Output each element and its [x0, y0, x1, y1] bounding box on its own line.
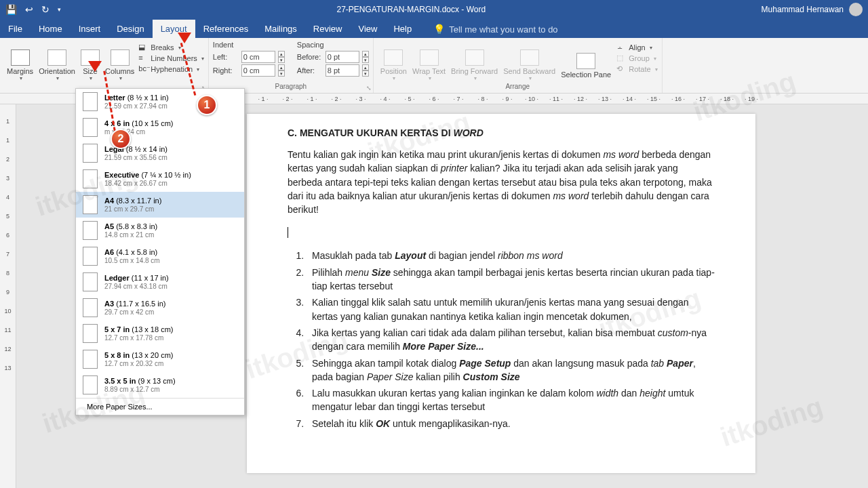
columns-icon	[111, 49, 130, 66]
hyphenation-button[interactable]: bc⁻Hyphenation▾	[138, 64, 203, 75]
spin-down-icon[interactable]: ▾	[362, 57, 369, 63]
margins-icon	[11, 49, 30, 66]
save-icon[interactable]: 💾	[5, 4, 17, 15]
bring-forward-icon	[465, 49, 484, 66]
group-icon: ⬚	[616, 54, 626, 63]
paper-size-option[interactable]: 5 x 8 in (13 x 20 cm)12.7 cm x 20.32 cm	[76, 346, 244, 372]
rotate-icon: ⟲	[616, 64, 626, 74]
list-item: Lalu masukkan ukuran kertas yang kalian …	[307, 386, 715, 414]
list-item: Pilihlah menu Size sehingga akan tampil …	[307, 266, 715, 293]
user-area[interactable]: Muhammad Hernawan	[762, 3, 868, 16]
breaks-icon: ⬓	[138, 43, 148, 52]
group-paragraph: Indent Left:0 cm▴▾ Right:0 cm▴▾ Spacing …	[209, 38, 374, 93]
more-paper-sizes-button[interactable]: More Paper Sizes...	[76, 398, 244, 415]
group-page-setup: Margins▾ Orientation▾ Size▾ Columns▾ ⬓Br…	[0, 38, 209, 93]
doc-heading: C. MENGATUR UKURAN KERTAS DI WORD	[288, 127, 715, 138]
tab-references[interactable]: References	[195, 20, 256, 38]
tab-design[interactable]: Design	[108, 20, 152, 38]
paper-thumb-icon	[83, 221, 98, 240]
titlebar: 💾 ↩ ↻ ▾ 27-PENGATURAN-MARGIN.docx - Word…	[0, 0, 868, 19]
paper-size-option[interactable]: Legal (8 ½ x 14 in)21.59 cm x 35.56 cm	[76, 140, 244, 166]
tell-me-placeholder: Tell me what you want to do	[449, 24, 557, 35]
spacing-after-input[interactable]: 8 pt	[326, 64, 359, 77]
tell-me-search[interactable]: 💡 Tell me what you want to do	[427, 20, 564, 38]
paper-thumb-icon	[83, 169, 98, 188]
group-arrange: Position▾ Wrap Text▾ Bring Forward▾ Send…	[374, 38, 663, 93]
annotation-marker-1: 1	[197, 95, 217, 115]
annotation-pointer-icon	[178, 33, 191, 43]
align-button[interactable]: ⫠Align▾	[616, 42, 657, 53]
paper-size-option[interactable]: Executive (7 ¼ x 10 ½ in)18.42 cm x 26.6…	[76, 166, 244, 192]
paper-size-list[interactable]: Letter (8 ½ x 11 in)21.59 cm x 27.94 cm4…	[76, 89, 244, 398]
tab-insert[interactable]: Insert	[71, 20, 109, 38]
list-item: Setelah itu klik OK untuk mengaplikasika…	[307, 417, 715, 430]
redo-icon[interactable]: ↻	[41, 4, 50, 15]
text-cursor	[288, 227, 715, 239]
wrap-text-icon	[420, 49, 439, 66]
window-title: 27-PENGATURAN-MARGIN.docx - Word	[61, 5, 762, 14]
tab-home[interactable]: Home	[31, 20, 71, 38]
paper-size-option[interactable]: A6 (4.1 x 5.8 in)10.5 cm x 14.8 cm	[76, 243, 244, 269]
paper-size-dropdown: Letter (8 ½ x 11 in)21.59 cm x 27.94 cm4…	[75, 88, 245, 415]
indent-right-label: Right:	[213, 66, 239, 75]
spacing-before-input[interactable]: 0 pt	[326, 51, 359, 63]
tab-review[interactable]: Review	[305, 20, 351, 38]
annotation-marker-2: 2	[111, 129, 131, 149]
undo-icon[interactable]: ↩	[25, 4, 33, 15]
spin-up-icon[interactable]: ▴	[362, 51, 369, 57]
margins-button[interactable]: Margins▾	[4, 39, 36, 92]
send-backward-icon	[520, 49, 539, 66]
spin-up-icon[interactable]: ▴	[278, 51, 285, 57]
paragraph-dialog-launcher-icon[interactable]: ⤡	[366, 85, 372, 92]
paper-size-option[interactable]: 5 x 7 in (13 x 18 cm)12.7 cm x 17.78 cm	[76, 321, 244, 346]
hyphenation-icon: bc⁻	[138, 64, 148, 74]
document-page[interactable]: C. MENGATUR UKURAN KERTAS DI WORD Tentu …	[247, 114, 755, 473]
paper-size-option[interactable]: A4 (8.3 x 11.7 in)21 cm x 29.7 cm	[76, 192, 244, 218]
line-numbers-icon: ≡	[138, 54, 148, 63]
paper-thumb-icon	[83, 195, 98, 214]
paper-size-option[interactable]: Ledger (11 x 17 in)27.94 cm x 43.18 cm	[76, 269, 244, 295]
position-icon	[384, 49, 403, 66]
indent-right-input[interactable]: 0 cm	[241, 64, 275, 77]
align-icon: ⫠	[616, 43, 626, 52]
indent-left-label: Left:	[213, 53, 239, 61]
ribbon: Margins▾ Orientation▾ Size▾ Columns▾ ⬓Br…	[0, 38, 868, 94]
paper-size-option[interactable]: 4 x 6 in (10 x 15 cm)m x 15.24 cm	[76, 115, 244, 140]
paper-thumb-icon	[83, 144, 98, 163]
paper-thumb-icon	[83, 375, 98, 394]
doc-paragraph: Tentu kalian gak ingin kan ketika mau pr…	[288, 148, 715, 216]
doc-steps-list: Masuklah pada tab Layout di bagian jende…	[288, 249, 715, 430]
list-item: Jika kertas yang kalian cari tidak ada d…	[307, 326, 715, 354]
paper-thumb-icon	[83, 350, 98, 369]
rotate-button: ⟲Rotate▾	[616, 64, 657, 75]
paper-size-option[interactable]: A5 (5.8 x 8.3 in)14.8 cm x 21 cm	[76, 218, 244, 243]
group-button: ⬚Group▾	[616, 53, 657, 64]
indent-left-input[interactable]: 0 cm	[241, 51, 275, 63]
tab-view[interactable]: View	[350, 20, 385, 38]
paper-thumb-icon	[83, 247, 98, 266]
paper-size-option[interactable]: 3.5 x 5 in (9 x 13 cm)8.89 cm x 12.7 cm	[76, 372, 244, 398]
orientation-button[interactable]: Orientation▾	[36, 39, 78, 92]
ribbon-tabs: File Home Insert Design Layout Reference…	[0, 19, 868, 38]
spacing-before-label: Before:	[297, 53, 323, 61]
paper-thumb-icon	[83, 298, 98, 317]
tab-help[interactable]: Help	[385, 20, 420, 38]
paper-size-option[interactable]: A3 (11.7 x 16.5 in)29.7 cm x 42 cm	[76, 295, 244, 321]
tab-mailings[interactable]: Mailings	[256, 20, 305, 38]
spin-down-icon[interactable]: ▾	[362, 70, 369, 77]
list-item: Kalian tinggal klik salah satu untuk mem…	[307, 296, 715, 323]
spacing-after-label: After:	[297, 66, 323, 75]
breaks-button[interactable]: ⬓Breaks▾	[138, 42, 203, 53]
spin-down-icon[interactable]: ▾	[278, 57, 285, 63]
tab-file[interactable]: File	[0, 20, 31, 38]
list-item: Masuklah pada tab Layout di bagian jende…	[307, 249, 715, 262]
paper-size-option[interactable]: Letter (8 ½ x 11 in)21.59 cm x 27.94 cm	[76, 89, 244, 115]
vertical-ruler[interactable]: 112345678910111213	[0, 104, 16, 488]
spin-up-icon[interactable]: ▴	[362, 64, 369, 70]
paper-thumb-icon	[83, 272, 98, 291]
spin-down-icon[interactable]: ▾	[278, 70, 285, 77]
spin-up-icon[interactable]: ▴	[278, 64, 285, 70]
line-numbers-button[interactable]: ≡Line Numbers▾	[138, 53, 203, 64]
selection-pane-icon	[576, 53, 595, 69]
user-avatar-icon[interactable]	[849, 3, 863, 16]
